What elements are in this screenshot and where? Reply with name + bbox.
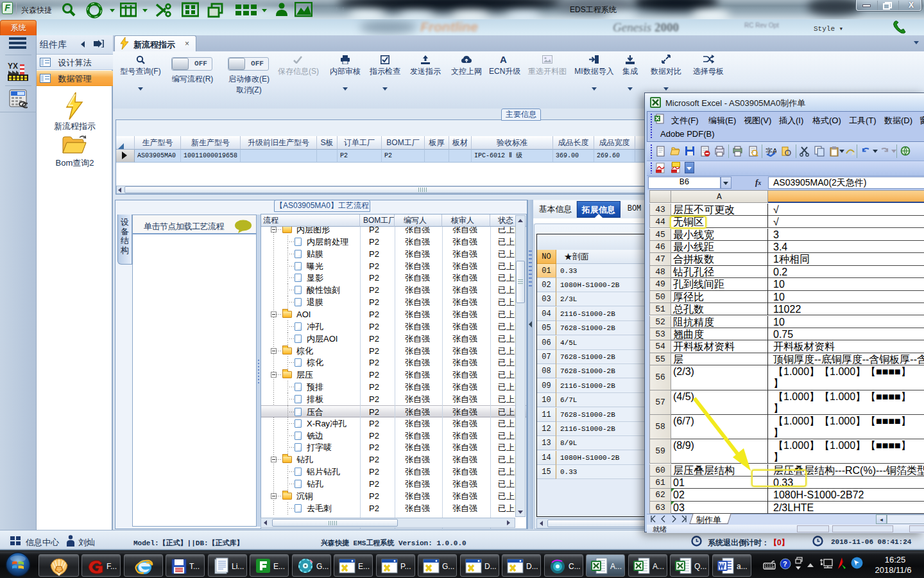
svg-text:?: ? [783,560,787,568]
svg-text:YX: YX [8,62,18,71]
